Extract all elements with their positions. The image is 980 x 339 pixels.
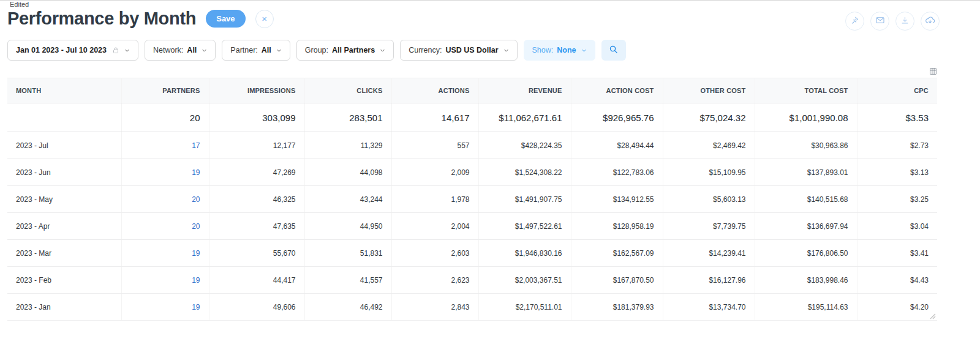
value-cell: 2,623 — [391, 267, 478, 294]
summary-cell: $11,062,671.61 — [478, 103, 571, 132]
partners-link[interactable]: 19 — [192, 249, 200, 258]
column-header-revenue[interactable]: REVENUE — [478, 78, 571, 103]
partner-filter[interactable]: Partner: All — [222, 40, 290, 61]
value-cell: 46,325 — [209, 186, 304, 213]
value-cell: $183,998.46 — [755, 267, 857, 294]
close-button[interactable]: × — [255, 10, 274, 28]
performance-table: MONTHPARTNERSIMPRESSIONSCLICKSACTIONSREV… — [7, 78, 937, 321]
value-cell: $14,239.41 — [663, 240, 755, 267]
chevron-down-icon — [503, 48, 509, 53]
month-cell: 2023 - Apr — [7, 213, 121, 240]
value-cell: $16,127.96 — [663, 267, 755, 294]
summary-cell — [7, 103, 121, 132]
currency-filter-value: USD US Dollar — [445, 46, 498, 54]
chevron-down-icon — [581, 48, 587, 53]
performance-dashboard: { "page": { "edited": "Edited", "title":… — [0, 0, 980, 339]
network-filter-value: All — [187, 46, 197, 54]
cloud-download-icon — [925, 15, 935, 28]
value-cell: 55,670 — [209, 240, 304, 267]
group-filter-label: Group: — [305, 46, 328, 54]
chevron-down-icon — [124, 48, 130, 53]
value-cell: $2,003,367.51 — [478, 267, 571, 294]
pin-button[interactable] — [845, 12, 864, 31]
table-row: 2023 - Apr2047,63544,9502,004$1,497,522.… — [7, 213, 937, 240]
chevron-down-icon — [202, 48, 207, 53]
column-settings-button[interactable] — [929, 67, 937, 75]
value-cell: $428,224.35 — [478, 132, 571, 159]
column-header-total-cost[interactable]: TOTAL COST — [755, 78, 857, 103]
currency-filter-label: Currency: — [409, 46, 442, 54]
partners-link[interactable]: 19 — [192, 168, 200, 177]
partners-link[interactable]: 19 — [192, 276, 200, 285]
value-cell: $3.41 — [857, 240, 937, 267]
column-header-cpc[interactable]: CPC — [857, 78, 937, 103]
column-header-action-cost[interactable]: ACTION COST — [571, 78, 663, 103]
resize-handle-icon[interactable] — [930, 313, 936, 319]
value-cell: $4.20 — [857, 294, 937, 321]
value-cell: $140,515.68 — [755, 186, 857, 213]
value-cell: 51,831 — [304, 240, 391, 267]
value-cell: 44,098 — [304, 159, 391, 186]
value-cell: 46,492 — [304, 294, 391, 321]
value-cell: 47,269 — [209, 159, 304, 186]
value-cell: $7,739.75 — [663, 213, 755, 240]
value-cell: $134,912.55 — [571, 186, 663, 213]
column-header-other-cost[interactable]: OTHER COST — [663, 78, 755, 103]
mail-icon — [875, 15, 885, 27]
month-cell: 2023 - Jul — [7, 132, 121, 159]
table-row: 2023 - Jan1949,60646,4922,843$2,170,511.… — [7, 294, 937, 321]
page-title: Performance by Month — [7, 9, 196, 29]
summary-cell: 14,617 — [391, 103, 478, 132]
column-header-month[interactable]: MONTH — [7, 78, 121, 103]
value-cell: $195,114.63 — [755, 294, 857, 321]
value-cell: 12,177 — [209, 132, 304, 159]
value-cell: $2,469.42 — [663, 132, 755, 159]
network-filter[interactable]: Network: All — [145, 40, 216, 61]
group-filter[interactable]: Group: All Partners — [296, 40, 394, 61]
value-cell: $176,806.50 — [755, 240, 857, 267]
download-button[interactable] — [895, 12, 914, 31]
month-cell: 2023 - Feb — [7, 267, 121, 294]
value-cell: $28,494.44 — [571, 132, 663, 159]
search-button[interactable] — [601, 40, 626, 61]
table-tools — [7, 67, 937, 75]
value-cell: $1,491,907.75 — [478, 186, 571, 213]
column-header-clicks[interactable]: CLICKS — [304, 78, 391, 103]
column-header-impressions[interactable]: IMPRESSIONS — [209, 78, 304, 103]
month-cell: 2023 - Mar — [7, 240, 121, 267]
value-cell: 2,009 — [391, 159, 478, 186]
value-cell: $1,497,522.61 — [478, 213, 571, 240]
partners-link[interactable]: 20 — [192, 222, 200, 231]
value-cell: $137,893.01 — [755, 159, 857, 186]
month-cell: 2023 - Jun — [7, 159, 121, 186]
partners-cell: 20 — [121, 213, 209, 240]
value-cell: $15,109.95 — [663, 159, 755, 186]
save-button[interactable]: Save — [206, 10, 245, 28]
value-cell: 2,004 — [391, 213, 478, 240]
partners-link[interactable]: 17 — [192, 141, 200, 150]
value-cell: 43,244 — [304, 186, 391, 213]
edited-label: Edited — [10, 1, 274, 8]
table-row: 2023 - Feb1944,41741,5572,623$2,003,367.… — [7, 267, 937, 294]
cloud-download-button[interactable] — [921, 12, 940, 31]
summary-row: 20303,099283,50114,617$11,062,671.61$926… — [7, 103, 937, 132]
column-header-actions[interactable]: ACTIONS — [391, 78, 478, 103]
date-range-filter[interactable]: Jan 01 2023 - Jul 10 2023 — [7, 40, 138, 61]
partners-link[interactable]: 19 — [192, 303, 200, 311]
partners-link[interactable]: 20 — [192, 195, 200, 204]
value-cell: 11,329 — [304, 132, 391, 159]
value-cell: $167,870.50 — [571, 267, 663, 294]
currency-filter[interactable]: Currency: USD US Dollar — [400, 40, 517, 61]
network-filter-label: Network: — [153, 46, 183, 54]
mail-button[interactable] — [870, 12, 889, 31]
summary-cell: 303,099 — [209, 103, 304, 132]
partners-cell: 17 — [121, 132, 209, 159]
partners-cell: 19 — [121, 267, 209, 294]
value-cell: 2,603 — [391, 240, 478, 267]
summary-cell: $926,965.76 — [571, 103, 663, 132]
show-filter[interactable]: Show: None — [524, 40, 595, 61]
column-header-partners[interactable]: PARTNERS — [121, 78, 209, 103]
top-bar: Edited Performance by Month Save × — [0, 1, 980, 31]
summary-cell: 283,501 — [304, 103, 391, 132]
value-cell: $1,946,830.16 — [478, 240, 571, 267]
